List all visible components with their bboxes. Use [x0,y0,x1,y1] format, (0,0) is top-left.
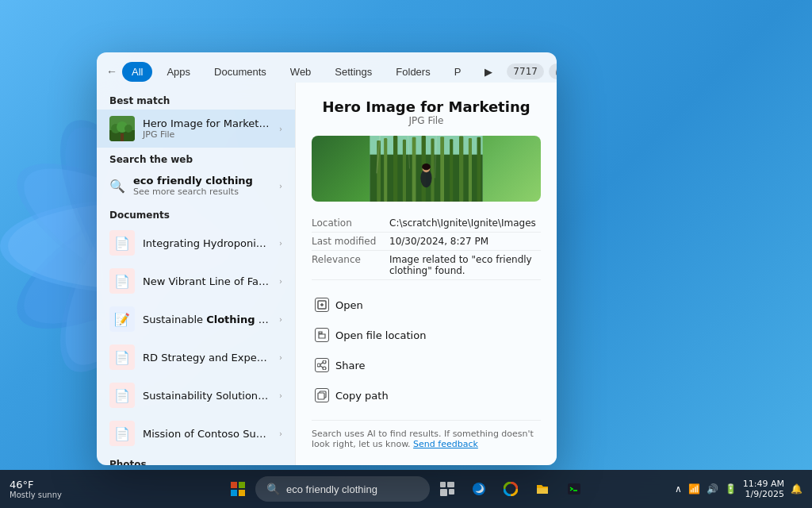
svg-rect-37 [412,137,416,202]
clock-date: 1/9/2025 [743,489,784,499]
tab-p[interactable]: P [445,62,471,82]
doc-item-4[interactable]: 📄 RD Strategy and Expenses › [97,338,295,376]
svg-rect-56 [318,393,324,399]
chevron-up-icon[interactable]: ∧ [675,483,682,495]
web-search-item[interactable]: 🔍 eco friendly clothing See more search … [97,168,295,203]
doc-text-5: Sustainability Solution for Future ... [143,390,271,402]
right-panel: Hero Image for Marketing JPG File [295,83,557,465]
tab-folders[interactable]: Folders [386,62,439,82]
copy-path-icon [315,388,329,402]
weather-temp: 46°F [10,479,62,491]
copy-path-label: Copy path [335,390,389,402]
detail-footer: Search uses AI to find results. If somet… [312,420,541,449]
svg-rect-35 [393,136,397,202]
relevance-label: Relevance [312,254,383,276]
doc-title-6: Mission of Contoso Sustainable F... [143,428,271,440]
detail-subtitle: JPG File [312,115,541,126]
best-match-subtitle: JPG File [143,129,271,140]
task-view-button[interactable] [433,475,462,503]
system-clock[interactable]: 11:49 AM 1/9/2025 [743,479,784,499]
open-location-icon [315,328,329,342]
doc-text-1: Integrating Hydroponics in Manu... [143,237,271,249]
search-web-label: Search the web [97,148,295,168]
tab-all[interactable]: All [122,62,152,82]
meta-location: Location C:\scratch\Ignite\Ignite\Images [312,214,541,233]
detail-actions: Open Open file location Share [312,293,541,407]
taskbar-search-icon: 🔍 [266,483,280,495]
svg-rect-42 [459,137,463,202]
best-match-label: Best match [97,89,295,110]
best-match-icon [109,116,135,141]
svg-rect-41 [450,139,453,202]
doc-text-4: RD Strategy and Expenses [143,352,271,364]
network-icon[interactable]: 📶 [688,483,700,495]
web-query: eco friendly clothing [133,175,271,187]
tab-play[interactable]: ▶ [475,62,502,82]
doc-icon-3: 📝 [109,306,135,332]
svg-rect-40 [440,137,444,202]
detail-meta: Location C:\scratch\Ignite\Ignite\Images… [312,214,541,280]
edge-browser-button[interactable] [465,475,493,503]
doc-title-2: New Vibrant Line of Fabrics [143,275,271,287]
battery-icon[interactable]: 🔋 [725,483,737,495]
documents-label: Documents [97,203,295,224]
weather-widget[interactable]: 46°F Mostly sunny [10,479,62,499]
search-popup: ← All Apps Documents Web Settings Folder… [97,52,557,465]
feedback-link[interactable]: Send feedback [413,439,478,449]
best-match-text: Hero Image for Marketing JPG File [143,117,271,140]
doc-title-3: Sustainable Clothing Marketing ... [143,314,271,325]
see-more-text: See more search results [133,187,271,197]
best-match-item[interactable]: Hero Image for Marketing JPG File › [97,110,295,148]
doc-chevron-2: › [279,277,282,286]
popup-content: Best match Hero Image for Marketing [97,83,557,465]
tab-apps[interactable]: Apps [157,62,200,82]
web-search-text: eco friendly clothing See more search re… [133,175,271,197]
share-icon [315,358,329,372]
tab-documents[interactable]: Documents [205,62,276,82]
notification-icon[interactable]: 🔔 [791,483,802,495]
doc-icon-5: 📄 [109,383,135,408]
taskbar-search-input[interactable] [286,483,413,495]
doc-chevron-5: › [279,391,282,400]
start-button[interactable] [224,475,252,503]
doc-title-1: Integrating Hydroponics in Manu... [143,237,271,249]
doc-icon-2: 📄 [109,268,135,294]
taskbar-search[interactable]: 🔍 eco friendly clothing [255,476,430,502]
tab-web[interactable]: Web [281,62,321,82]
search-icon: 🔍 [109,179,125,194]
svg-rect-39 [431,139,434,202]
location-value: C:\scratch\Ignite\Ignite\Images [389,217,541,229]
topbar-count-badge: 7717 [507,64,544,79]
file-explorer-button[interactable] [528,475,557,503]
svg-rect-44 [477,137,481,202]
doc-item-6[interactable]: 📄 Mission of Contoso Sustainable F... › [97,414,295,452]
doc-item-5[interactable]: 📄 Sustainability Solution for Future ...… [97,376,295,414]
volume-icon[interactable]: 🔊 [707,483,718,495]
doc-icon-6: 📄 [109,421,135,446]
doc-chevron-3: › [279,315,282,324]
copy-path-button[interactable]: Copy path [312,383,541,407]
svg-rect-62 [447,482,454,487]
doc-item-3[interactable]: 📝 Sustainable Clothing Marketing ... › [97,300,295,338]
best-match-title: Hero Image for Marketing [143,117,271,129]
detail-image [312,136,541,202]
terminal-button[interactable] [560,475,588,503]
popup-topbar: ← All Apps Documents Web Settings Folder… [97,52,557,83]
doc-item-2[interactable]: 📄 New Vibrant Line of Fabrics › [97,262,295,300]
svg-rect-61 [440,482,446,487]
meta-modified: Last modified 10/30/2024, 8:27 PM [312,233,541,251]
system-tray: ∧ 📶 🔊 🔋 11:49 AM 1/9/2025 🔔 [675,479,802,499]
share-button[interactable]: Share [312,353,541,377]
open-button[interactable]: Open [312,293,541,317]
doc-title-4: RD Strategy and Expenses [143,352,271,364]
tab-settings[interactable]: Settings [325,62,381,82]
doc-chevron-6: › [279,429,282,438]
topbar-game-badge: 🎮 [549,64,557,79]
app-icon-1[interactable] [496,475,525,503]
open-location-button[interactable]: Open file location [312,323,541,347]
open-label: Open [335,299,363,311]
open-location-label: Open file location [335,329,426,341]
back-button[interactable]: ← [106,60,117,83]
svg-rect-36 [403,140,406,202]
doc-item-1[interactable]: 📄 Integrating Hydroponics in Manu... › [97,224,295,262]
